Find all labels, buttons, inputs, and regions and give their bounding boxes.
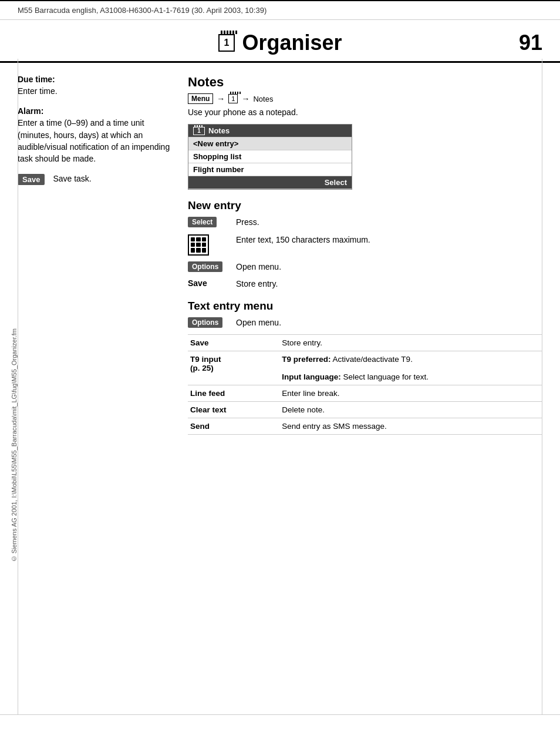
table-cell-cleartext-label: Clear text <box>188 402 279 418</box>
keypad-dot-5 <box>196 243 200 247</box>
save-badge: Save <box>18 174 45 185</box>
nav-destination: Notes <box>253 95 273 103</box>
table-cell-linefeed-desc: Enter line break. <box>279 385 542 402</box>
keypad-icon <box>188 234 209 256</box>
nav-desc: Use your phone as a notepad. <box>188 108 542 117</box>
keypad-dot-6 <box>202 243 206 247</box>
nav-icon-badge: 1 <box>228 94 238 103</box>
right-border-line <box>542 59 542 714</box>
table-cell-t9-desc: T9 preferred: Activate/deactivate T9. In… <box>279 351 542 385</box>
page-header: 1 Organiser 91 <box>0 20 560 63</box>
new-entry-select-row: Select Press. <box>188 217 542 229</box>
keypad-icon-container <box>188 234 229 256</box>
new-entry-save-row: Save Store entry. <box>188 278 542 290</box>
keypad-dot-1 <box>191 237 195 241</box>
organiser-icon: 1 <box>218 34 235 52</box>
alarm-label: Alarm: <box>18 106 170 116</box>
new-entry-save-label: Save <box>188 278 207 288</box>
new-entry-options-row: Options Open menu. <box>188 261 542 273</box>
top-bar-text: M55 Barracuda english, A31008-H6300-A1-1… <box>18 6 266 15</box>
keypad-dot-2 <box>196 237 200 241</box>
due-time-label: Due time: <box>18 75 170 84</box>
new-entry-keypad-desc: Enter text, 150 characters maximum. <box>236 234 542 246</box>
new-entry-select-badge-container: Select <box>188 217 229 227</box>
table-row-save: Save Store entry. <box>188 335 542 351</box>
text-entry-menu-section: Text entry menu Options Open menu. Save … <box>188 300 542 435</box>
keypad-dot-9 <box>202 248 206 252</box>
due-time-section: Due time: Enter time. <box>18 75 170 97</box>
notes-title: Notes <box>188 75 542 90</box>
new-entry-save-desc: Store entry. <box>236 278 542 290</box>
side-text-container: © Siemens AG 2001, I:\Mobil\L55\M55_Barr… <box>11 206 18 685</box>
keypad-dot-4 <box>191 243 195 247</box>
table-cell-t9-label: T9 input(p. 25) <box>188 351 279 385</box>
due-time-desc: Enter time. <box>18 85 170 97</box>
new-entry-select-badge: Select <box>188 217 217 227</box>
page-title: Organiser <box>242 31 342 55</box>
new-entry-title: New entry <box>188 199 542 212</box>
nav-arrow1: → <box>217 94 225 103</box>
alarm-desc: Enter a time (0–99) and a time unit (min… <box>18 117 170 164</box>
page-number: 91 <box>519 31 542 55</box>
table-row-t9: T9 input(p. 25) T9 preferred: Activate/d… <box>188 351 542 385</box>
text-menu-options-desc: Open menu. <box>236 317 542 329</box>
text-menu-table: Save Store entry. T9 input(p. 25) T9 pre… <box>188 334 542 435</box>
text-menu-options-badge-container: Options <box>188 317 229 328</box>
table-cell-save-desc: Store entry. <box>279 335 542 351</box>
table-cell-send-desc: Send entry as SMS message. <box>279 418 542 435</box>
left-column: Due time: Enter time. Alarm: Enter a tim… <box>18 63 170 435</box>
text-menu-options-row: Options Open menu. <box>188 317 542 329</box>
phone-screen-select-btn[interactable]: Select <box>188 176 352 189</box>
phone-screen-flight-number: Flight number <box>188 163 352 176</box>
title-group: 1 Organiser <box>218 31 342 55</box>
input-language-label: Input language: <box>282 372 341 381</box>
text-menu-options-badge: Options <box>188 317 222 328</box>
table-cell-save-label: Save <box>188 335 279 351</box>
t9-preferred-label: T9 preferred: <box>282 355 330 364</box>
keypad-dot-7 <box>191 248 195 252</box>
nav-path: Menu → 1 → Notes <box>188 93 542 104</box>
table-row-cleartext: Clear text Delete note. <box>188 402 542 418</box>
new-entry-options-badge: Options <box>188 261 222 272</box>
phone-screen: 1 Notes <New entry> Shopping list Flight… <box>188 124 352 190</box>
new-entry-options-desc: Open menu. <box>236 261 542 273</box>
alarm-section: Alarm: Enter a time (0–99) and a time un… <box>18 106 170 164</box>
nav-arrow2: → <box>241 94 249 103</box>
table-cell-linefeed-label: Line feed <box>188 385 279 402</box>
top-bar: M55 Barracuda english, A31008-H6300-A1-1… <box>0 0 560 20</box>
save-task-desc: Save task. <box>53 174 91 183</box>
side-text: © Siemens AG 2001, I:\Mobil\L55\M55_Barr… <box>11 328 18 562</box>
phone-screen-new-entry: <New entry> <box>188 137 352 150</box>
phone-ui: 1 Notes <New entry> Shopping list Flight… <box>188 124 352 190</box>
phone-screen-header: 1 Notes <box>188 125 352 137</box>
left-border-line <box>18 59 18 714</box>
new-entry-select-desc: Press. <box>236 217 542 229</box>
right-column: Notes Menu → 1 → Notes Use your phone as… <box>188 63 542 435</box>
phone-icon: 1 <box>193 127 205 135</box>
new-entry-keypad-row: Enter text, 150 characters maximum. <box>188 234 542 256</box>
table-cell-cleartext-desc: Delete note. <box>279 402 542 418</box>
new-entry-section: New entry Select Press. <box>188 199 542 290</box>
keypad-dot-8 <box>196 248 200 252</box>
phone-screen-shopping-list: Shopping list <box>188 150 352 163</box>
main-content: Due time: Enter time. Alarm: Enter a tim… <box>0 63 560 435</box>
table-row-send: Send Send entry as SMS message. <box>188 418 542 435</box>
table-cell-send-label: Send <box>188 418 279 435</box>
save-row: Save Save task. <box>18 174 170 185</box>
organiser-icon-number: 1 <box>224 38 230 48</box>
new-entry-save-label-container: Save <box>188 278 229 288</box>
nav-menu-badge: Menu <box>188 93 213 104</box>
bottom-bar <box>0 714 560 732</box>
new-entry-options-badge-container: Options <box>188 261 229 272</box>
text-entry-title: Text entry menu <box>188 300 542 313</box>
table-row-linefeed: Line feed Enter line break. <box>188 385 542 402</box>
keypad-dot-3 <box>202 237 206 241</box>
